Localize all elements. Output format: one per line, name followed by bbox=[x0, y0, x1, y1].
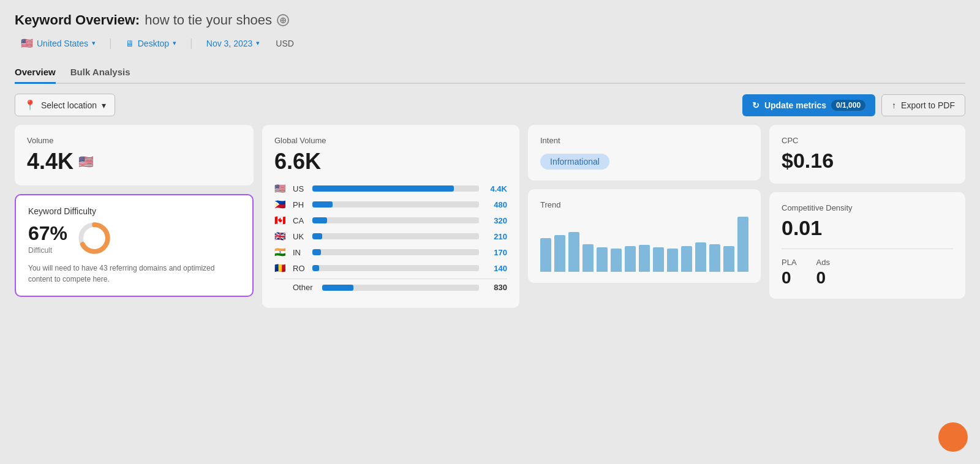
cpc-card: CPC $0.16 bbox=[769, 125, 965, 184]
comp-density-value: 0.01 bbox=[782, 216, 953, 240]
refresh-icon: ↻ bbox=[752, 100, 760, 110]
uk-value: 210 bbox=[484, 232, 507, 241]
global-volume-value: 6.6K bbox=[274, 149, 507, 174]
other-bar-container bbox=[322, 285, 479, 291]
date-filter[interactable]: Nov 3, 2023 ▾ bbox=[200, 36, 266, 51]
trend-bar bbox=[737, 217, 748, 272]
kd-value-row: 67% Difficult bbox=[28, 221, 240, 255]
kd-percent: 67% bbox=[28, 222, 67, 245]
global-volume-label: Global Volume bbox=[274, 136, 507, 145]
country-row-ca: 🇨🇦 CA 320 bbox=[274, 215, 507, 226]
ads-value: 0 bbox=[816, 268, 830, 288]
ph-bar-container bbox=[312, 201, 479, 208]
trend-bar bbox=[582, 244, 594, 272]
title-prefix: Keyword Overview: bbox=[15, 12, 140, 28]
tab-overview[interactable]: Overview bbox=[15, 62, 56, 84]
intent-label: Intent bbox=[540, 136, 748, 145]
pla-group: PLA 0 bbox=[782, 258, 797, 288]
volume-label: Volume bbox=[27, 136, 241, 145]
trend-bar bbox=[667, 249, 678, 272]
in-flag: 🇮🇳 bbox=[274, 247, 288, 258]
ca-value: 320 bbox=[484, 216, 507, 225]
pla-label: PLA bbox=[782, 258, 797, 267]
location-select-button[interactable]: 📍 Select location ▾ bbox=[15, 94, 115, 116]
in-value: 170 bbox=[484, 248, 507, 257]
page-header: Keyword Overview: how to tie your shoes … bbox=[15, 12, 965, 84]
toolbar: 📍 Select location ▾ ↻ Update metrics 0/1… bbox=[15, 94, 965, 116]
cards-grid: Volume 4.4K 🇺🇸 Keyword Difficulty 67% Di… bbox=[15, 125, 965, 308]
pla-value: 0 bbox=[782, 268, 797, 288]
trend-bar bbox=[653, 247, 664, 272]
other-label: Other bbox=[293, 283, 317, 292]
ca-code: CA bbox=[293, 216, 307, 225]
pla-ads-row: PLA 0 Ads 0 bbox=[782, 258, 953, 288]
ro-bar-container bbox=[312, 265, 479, 271]
kd-description: You will need to have 43 referring domai… bbox=[28, 263, 240, 285]
ph-value: 480 bbox=[484, 200, 507, 209]
ph-flag: 🇵🇭 bbox=[274, 199, 288, 210]
page-title: Keyword Overview: how to tie your shoes … bbox=[15, 12, 965, 28]
trend-bar bbox=[681, 246, 692, 272]
tab-bulk-analysis[interactable]: Bulk Analysis bbox=[70, 62, 130, 84]
ads-label: Ads bbox=[816, 258, 830, 267]
tabs-bar: Overview Bulk Analysis bbox=[15, 62, 965, 84]
trend-bar bbox=[723, 246, 734, 272]
update-metrics-button[interactable]: ↻ Update metrics 0/1,000 bbox=[742, 94, 875, 116]
volume-kd-column: Volume 4.4K 🇺🇸 Keyword Difficulty 67% Di… bbox=[15, 125, 254, 297]
trend-bar bbox=[568, 232, 579, 272]
uk-bar bbox=[312, 233, 322, 239]
us-code: US bbox=[293, 184, 307, 193]
chevron-down-icon-4: ▾ bbox=[102, 100, 106, 110]
us-bar-container bbox=[312, 185, 479, 192]
kd-donut-chart bbox=[77, 221, 111, 255]
export-pdf-button[interactable]: ↑ Export to PDF bbox=[881, 94, 965, 116]
add-keyword-icon[interactable]: ⊕ bbox=[277, 14, 289, 26]
uk-code: UK bbox=[293, 232, 307, 241]
us-value: 4.4K bbox=[484, 184, 507, 193]
kd-percent-group: 67% Difficult bbox=[28, 222, 67, 255]
cpc-value: $0.16 bbox=[782, 149, 953, 173]
ro-value: 140 bbox=[484, 264, 507, 273]
ph-bar bbox=[312, 201, 333, 208]
volume-flag: 🇺🇸 bbox=[78, 154, 94, 169]
device-filter[interactable]: 🖥 Desktop ▾ bbox=[119, 36, 183, 51]
country-filter[interactable]: 🇺🇸 United States ▾ bbox=[15, 34, 102, 52]
other-value: 830 bbox=[484, 283, 507, 292]
us-bar bbox=[312, 185, 454, 192]
update-counter: 0/1,000 bbox=[831, 100, 865, 111]
country-rows: 🇺🇸 US 4.4K 🇵🇭 PH 480 🇨🇦 CA bbox=[274, 183, 507, 292]
chevron-down-icon: ▾ bbox=[92, 39, 96, 47]
cpc-comp-column: CPC $0.16 Competitive Density 0.01 PLA 0… bbox=[769, 125, 965, 299]
export-label: Export to PDF bbox=[901, 100, 955, 110]
trend-bar bbox=[554, 235, 565, 272]
trend-bar bbox=[639, 245, 650, 272]
other-bar bbox=[322, 285, 353, 291]
location-icon: 📍 bbox=[24, 99, 36, 111]
cpc-label: CPC bbox=[782, 136, 953, 145]
trend-card: Trend bbox=[528, 189, 761, 283]
kd-card: Keyword Difficulty 67% Difficult You wil… bbox=[15, 194, 254, 297]
intent-badge: Informational bbox=[540, 154, 609, 170]
ads-group: Ads 0 bbox=[816, 258, 830, 288]
country-row-uk: 🇬🇧 UK 210 bbox=[274, 231, 507, 242]
country-label: United States bbox=[37, 39, 88, 48]
trend-bar bbox=[540, 238, 551, 272]
trend-bar bbox=[611, 249, 622, 272]
uk-bar-container bbox=[312, 233, 479, 239]
ro-bar bbox=[312, 265, 319, 271]
chevron-down-icon-2: ▾ bbox=[173, 39, 176, 47]
volume-card: Volume 4.4K 🇺🇸 bbox=[15, 125, 254, 185]
export-icon: ↑ bbox=[892, 100, 896, 110]
location-placeholder: Select location bbox=[41, 100, 97, 110]
divider bbox=[274, 279, 507, 279]
ca-bar bbox=[312, 217, 327, 223]
intent-trend-column: Intent Informational Trend bbox=[528, 125, 761, 283]
orange-bubble-icon[interactable] bbox=[938, 422, 968, 452]
trend-bar bbox=[695, 242, 706, 272]
title-keyword: how to tie your shoes bbox=[145, 12, 272, 28]
country-row-ph: 🇵🇭 PH 480 bbox=[274, 199, 507, 210]
kd-difficulty: Difficult bbox=[28, 246, 67, 255]
trend-bars bbox=[540, 217, 748, 272]
ro-flag: 🇷🇴 bbox=[274, 263, 288, 274]
in-bar bbox=[312, 249, 321, 255]
